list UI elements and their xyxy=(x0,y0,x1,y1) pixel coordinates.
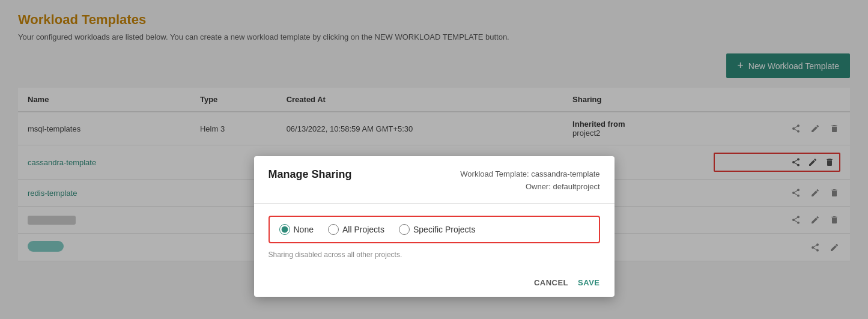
radio-option-all-projects[interactable]: All Projects xyxy=(328,224,384,235)
radio-option-none[interactable]: None xyxy=(279,224,314,235)
manage-sharing-modal: Manage Sharing Workload Template: cassan… xyxy=(254,156,615,297)
radio-specific-projects[interactable] xyxy=(399,224,410,235)
owner-label: Owner: xyxy=(526,182,551,191)
modal-footer: CANCEL SAVE xyxy=(254,271,615,297)
modal-header: Manage Sharing Workload Template: cassan… xyxy=(254,156,615,204)
radio-option-specific-projects[interactable]: Specific Projects xyxy=(399,224,475,235)
radio-none-label: None xyxy=(294,225,314,234)
modal-body: None All Projects Specific Projects Shar… xyxy=(254,204,615,271)
radio-none[interactable] xyxy=(279,224,290,235)
cancel-button[interactable]: CANCEL xyxy=(534,278,568,287)
radio-all-projects[interactable] xyxy=(328,224,339,235)
modal-title: Manage Sharing xyxy=(269,168,352,181)
owner-value: defaultproject xyxy=(553,182,599,191)
radio-specific-projects-label: Specific Projects xyxy=(413,225,475,234)
save-button[interactable]: SAVE xyxy=(578,278,599,287)
modal-info: Workload Template: cassandra-template Ow… xyxy=(460,168,599,193)
modal-overlay: Manage Sharing Workload Template: cassan… xyxy=(0,0,868,319)
modal-owner-info: Owner: defaultproject xyxy=(460,181,599,193)
sharing-radio-group: None All Projects Specific Projects xyxy=(269,216,600,243)
workload-template-value: cassandra-template xyxy=(531,169,599,178)
radio-all-projects-label: All Projects xyxy=(342,225,384,234)
workload-template-label: Workload Template: xyxy=(460,169,529,178)
sharing-hint: Sharing disabled across all other projec… xyxy=(269,251,600,259)
modal-workload-template-info: Workload Template: cassandra-template xyxy=(460,168,599,181)
